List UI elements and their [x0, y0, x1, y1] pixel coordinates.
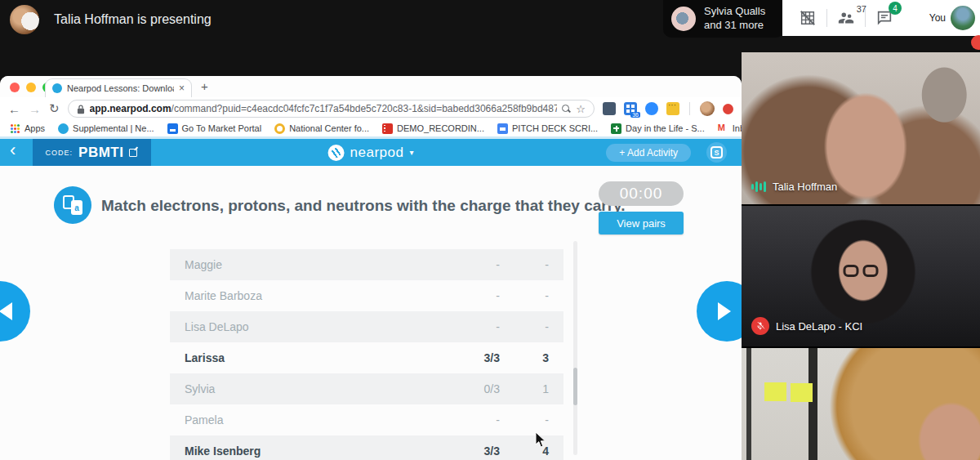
- add-activity-button[interactable]: + Add Activity: [606, 144, 691, 162]
- grid-view-off-button[interactable]: [797, 7, 818, 29]
- nearpod-logo-icon: [328, 145, 345, 161]
- nearpod-header: ‹ CODE: PBMTI nearpod ▾ + Add Activity S: [0, 139, 742, 166]
- bookmark-label: National Center fo...: [289, 123, 369, 133]
- zoom-search-icon[interactable]: [562, 105, 571, 114]
- bookmark-item[interactable]: Apps: [10, 123, 45, 134]
- bookmark-label: Go To Market Portal: [182, 123, 262, 133]
- student-score: 0/3: [451, 382, 500, 395]
- student-name: Pamela: [185, 413, 451, 427]
- nearpod-bookmark-icon: [58, 123, 69, 134]
- scrollbar-thumb[interactable]: [573, 368, 577, 405]
- view-pairs-button[interactable]: View pairs: [599, 212, 684, 234]
- presenter-banner: Talia Hoffman is presenting: [10, 5, 212, 34]
- extension-icon[interactable]: [603, 102, 616, 115]
- student-count: -: [500, 320, 549, 333]
- chevron-down-icon[interactable]: ▾: [409, 148, 413, 157]
- student-name: Marite Barboza: [185, 289, 451, 302]
- meet-extension-icon[interactable]: [645, 102, 658, 115]
- bookmark-star-icon[interactable]: ☆: [576, 103, 586, 115]
- browser-tab[interactable]: Nearpod Lessons: Download re ×: [45, 78, 192, 97]
- bookmark-item[interactable]: Supplemental | Ne...: [58, 123, 154, 134]
- student-row[interactable]: Sylvia0/31: [170, 373, 564, 404]
- bookmarks-list: AppsSupplemental | Ne...Go To Market Por…: [10, 123, 810, 134]
- student-row[interactable]: Marite Barboza--: [170, 280, 564, 311]
- arrow-right-icon: [718, 302, 731, 320]
- bookmark-item[interactable]: DEMO_RECORDIN...: [382, 123, 484, 134]
- nearpod-favicon-icon: [52, 83, 62, 93]
- back-button[interactable]: ←: [8, 102, 20, 116]
- student-count: -: [500, 289, 549, 302]
- student-count: 3: [500, 351, 549, 364]
- student-count: -: [500, 258, 549, 271]
- url-text: app.nearpod.com/command?puid=c4eacdc04fc…: [90, 103, 558, 114]
- mic-muted-icon: [751, 317, 769, 335]
- new-tab-button[interactable]: +: [201, 79, 208, 93]
- film-bookmark-icon: [382, 123, 393, 134]
- participants-button[interactable]: 37: [835, 7, 857, 29]
- video-tile-lisa[interactable]: Lisa DeLapo - KCI: [742, 206, 980, 346]
- bookmark-item[interactable]: National Center fo...: [274, 123, 369, 134]
- sticky-note: [764, 382, 786, 401]
- student-row[interactable]: Lisa DeLapo--: [170, 311, 564, 342]
- address-bar[interactable]: app.nearpod.com/command?puid=c4eacdc04fc…: [68, 100, 595, 118]
- bookmark-label: PITCH DECK SCRI...: [512, 123, 598, 133]
- sheets-bookmark-icon: [611, 123, 621, 134]
- presenter-avatar: [10, 5, 39, 34]
- bookmarks-bar: AppsSupplemental | Ne...Go To Market Por…: [0, 120, 742, 136]
- bookmark-item[interactable]: Go To Market Portal: [167, 123, 262, 134]
- chat-button[interactable]: 4: [874, 7, 895, 29]
- lock-icon: [77, 104, 85, 114]
- minimize-window-button[interactable]: [26, 83, 36, 92]
- grid-extension-icon[interactable]: 36: [624, 102, 637, 115]
- divider: [689, 102, 690, 115]
- nearpod-logo[interactable]: nearpod ▾: [328, 139, 414, 166]
- student-row[interactable]: Maggie--: [170, 249, 564, 280]
- grid-off-icon: [799, 9, 817, 27]
- question-text: Match electrons, protons, and neutrons w…: [101, 197, 626, 215]
- ring-bookmark-icon: [274, 123, 285, 134]
- bookmark-label: Supplemental | Ne...: [73, 123, 154, 133]
- participants-line1: Sylvia Qualls: [704, 5, 765, 17]
- profile-avatar[interactable]: [700, 101, 715, 116]
- you-group[interactable]: You: [929, 6, 975, 30]
- url-domain: app.nearpod.com: [90, 103, 172, 114]
- browser-window: Nearpod Lessons: Download re × + ← → ↻ a…: [0, 76, 742, 460]
- bookmark-label: Apps: [24, 123, 45, 133]
- extension-icon[interactable]: [666, 102, 679, 115]
- open-external-icon[interactable]: [129, 148, 138, 157]
- notification-dot: [971, 35, 980, 50]
- participants-label: Sylvia Qualls and 31 more: [704, 5, 765, 33]
- nearpod-back-button[interactable]: ‹: [10, 140, 16, 161]
- student-row[interactable]: Mike Isenberg3/34: [170, 435, 564, 460]
- close-window-button[interactable]: [10, 83, 20, 92]
- student-row[interactable]: Pamela--: [170, 404, 564, 435]
- student-name: Maggie: [185, 258, 451, 271]
- card-front-icon: a: [71, 200, 82, 215]
- video-label: Talia Hoffman: [751, 181, 837, 193]
- meet-controls: 37 4 You: [782, 0, 980, 36]
- scrollbar-track[interactable]: [573, 241, 577, 455]
- reload-button[interactable]: ↻: [49, 101, 60, 116]
- code-label: CODE:: [46, 149, 74, 157]
- student-row[interactable]: Larissa3/33: [170, 342, 564, 373]
- student-name: Mike Isenberg: [185, 444, 451, 458]
- session-code-box[interactable]: CODE: PBMTI: [33, 139, 151, 166]
- tab-close-icon[interactable]: ×: [179, 83, 185, 94]
- video-tile-talia[interactable]: Talia Hoffman: [742, 52, 980, 204]
- video-name: Lisa DeLapo - KCI: [776, 320, 862, 333]
- tab-title: Nearpod Lessons: Download re: [67, 83, 174, 93]
- record-icon[interactable]: [723, 104, 733, 114]
- student-view-button[interactable]: S: [706, 142, 727, 163]
- you-avatar[interactable]: [951, 6, 975, 30]
- student-score: 3/3: [451, 444, 500, 458]
- bookmark-item[interactable]: Day in the Life - S...: [611, 123, 705, 134]
- bookmark-label: Day in the Life - S...: [626, 123, 705, 133]
- participants-pill[interactable]: Sylvia Qualls and 31 more: [663, 0, 784, 38]
- portal-bookmark-icon: [167, 123, 178, 134]
- url-path: /command?puid=c4eacdc04fcfc7c1f7a54bde5c…: [172, 103, 558, 114]
- tab-strip: Nearpod Lessons: Download re × +: [0, 76, 742, 97]
- video-tile-unnamed[interactable]: [742, 348, 980, 460]
- forward-button[interactable]: →: [29, 102, 41, 116]
- bookmark-item[interactable]: PITCH DECK SCRI...: [497, 123, 598, 134]
- student-score: -: [451, 320, 500, 333]
